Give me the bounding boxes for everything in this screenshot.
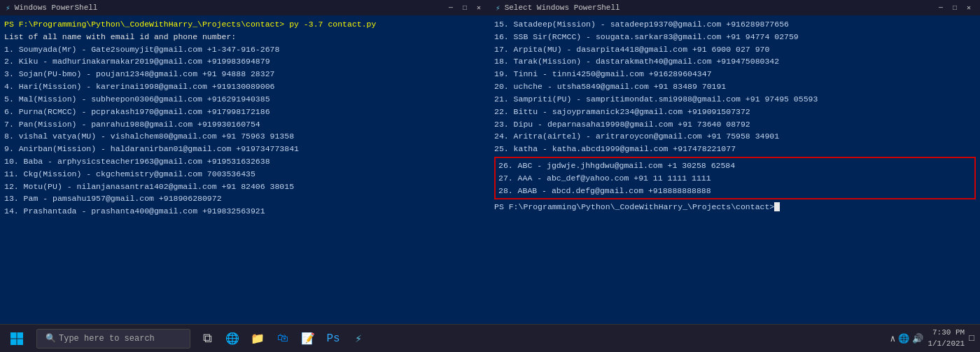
windows-logo-icon (10, 332, 24, 346)
prompt-text: PS F:\Programming\Python\_CodeWithHarry_… (494, 202, 774, 211)
list-item: 12. Motu(PU) - nilanjanasantra1402@gmail… (4, 181, 486, 193)
highlighted-list-item: 26. ABC - jgdwje.jhhgdwu@gmail.com +1 30… (498, 160, 972, 172)
photoshop-icon[interactable]: Ps (322, 328, 344, 350)
titlebar-right-controls[interactable]: ─ □ ✕ (935, 3, 974, 13)
maximize-button-right[interactable]: □ (949, 3, 960, 13)
svg-rect-1 (18, 332, 24, 339)
list-item: 24. Aritra(airtel) - aritraroycon@gmail.… (494, 130, 976, 143)
powershell-left-content: PS F:\Programming\Python\_CodeWithHarry_… (0, 15, 490, 324)
powershell-left-window: ⚡ Windows PowerShell ─ □ ✕ PS F:\Program… (0, 0, 490, 324)
taskbar-right: ∧ 🌐 🔊 7:30 PM 1/1/2021 □ (890, 328, 980, 349)
time-display: 7:30 PM (927, 328, 965, 338)
ps-icon: ⚡ (6, 3, 10, 13)
list-item: 11. Ckg(Mission) - ckgchemistry@gmail.co… (4, 168, 486, 181)
list-item: 7. Pan(Mission) - panrahu1988@gmail.com … (4, 118, 486, 131)
vscode-icon[interactable]: 📝 (297, 328, 319, 350)
ps-icon-right: ⚡ (496, 3, 500, 13)
list-item: 10. Baba - arphysicsteacher1963@gmail.co… (4, 155, 486, 168)
list-item: 20. uchche - utsha5849@gmail.com +91 834… (494, 80, 976, 93)
prompt-line: PS F:\Programming\Python\_CodeWithHarry_… (494, 201, 976, 213)
powershell-right-window: ⚡ Select Windows PowerShell ─ □ ✕ 15. Sa… (490, 0, 980, 324)
search-placeholder: Type here to search (59, 334, 155, 344)
taskbar: 🔍 Type here to search ⧉ 🌐 📁 🛍 📝 Ps ⚡ ∧ 🌐… (0, 324, 980, 352)
svg-rect-3 (18, 339, 24, 345)
list-item: 18. Tarak(Mission) - dastarakmath40@gmai… (494, 55, 976, 68)
notification-icon[interactable]: □ (969, 333, 974, 344)
powershell-taskbar-icon[interactable]: ⚡ (347, 328, 370, 350)
list-item: 19. Tinni - tinni4250@gmail.com +9162896… (494, 68, 976, 80)
list-item: 14. Prashantada - prashanta400@gmail.com… (4, 205, 486, 218)
list-item: 9. Anirban(Mission) - haldaranirban01@gm… (4, 143, 486, 155)
close-button[interactable]: ✕ (473, 3, 484, 13)
minimize-button[interactable]: ─ (445, 3, 456, 13)
list-item: 5. Mal(Mission) - subheepon0306@gmail.co… (4, 93, 486, 106)
svg-rect-2 (10, 339, 17, 345)
left-entries-container: 1. Soumyada(Mr) - Gate2soumyjit@gmail.co… (4, 43, 486, 218)
start-button[interactable] (0, 325, 34, 353)
clock[interactable]: 7:30 PM 1/1/2021 (927, 328, 965, 349)
highlighted-entries-container: 26. ABC - jgdwje.jhhgdwu@gmail.com +1 30… (498, 160, 972, 197)
list-item: 21. Sampriti(PU) - sampritimondat.smi998… (494, 93, 976, 106)
store-icon[interactable]: 🛍 (272, 328, 294, 350)
list-item: 17. Arpita(MU) - dasarpita4418@gmail.com… (494, 43, 976, 56)
cmd-line: PS F:\Programming\Python\_CodeWithHarry_… (4, 18, 486, 31)
search-icon: 🔍 (46, 333, 56, 344)
list-item: 1. Soumyada(Mr) - Gate2soumyjit@gmail.co… (4, 43, 486, 56)
list-item: 4. Hari(Mission) - karerinai1998@gmail.c… (4, 80, 486, 93)
titlebar-right: ⚡ Select Windows PowerShell ─ □ ✕ (490, 0, 980, 15)
list-item: 3. Sojan(PU-bmo) - poujan12348@gmail.com… (4, 68, 486, 80)
close-button-right[interactable]: ✕ (963, 3, 974, 13)
maximize-button[interactable]: □ (459, 3, 470, 13)
list-item: 25. katha - katha.abcd1999@gmail.com +91… (494, 143, 976, 155)
titlebar-controls[interactable]: ─ □ ✕ (445, 3, 484, 13)
list-item: 23. Dipu - deparnasaha19998@gmail.com +9… (494, 118, 976, 131)
list-item: 15. Satadeep(Mission) - satadeep19370@gm… (494, 18, 976, 31)
list-item: 16. SSB Sir(RCMCC) - sougata.sarkar83@gm… (494, 31, 976, 43)
header-line: List of all name with email id and phone… (4, 31, 486, 43)
list-item: 6. Purna(RCMCC) - pcprakash1970@gmail.co… (4, 106, 486, 118)
highlight-box: 26. ABC - jgdwje.jhhgdwu@gmail.com +1 30… (494, 157, 976, 199)
list-item: 2. Kiku - madhurinakarmakar2019@gmail.co… (4, 55, 486, 68)
cursor (774, 202, 780, 211)
taskbar-app-icons: ⧉ 🌐 📁 🛍 📝 Ps ⚡ (196, 328, 370, 350)
highlighted-list-item: 28. ABAB - abcd.defg@gmail.com +91888888… (498, 185, 972, 197)
titlebar-left-label: Windows PowerShell (15, 3, 98, 12)
system-tray-icons: ∧ 🌐 🔊 (890, 333, 924, 344)
file-explorer-icon[interactable]: 📁 (246, 328, 269, 350)
network-icon[interactable]: 🌐 (898, 333, 909, 344)
date-display: 1/1/2021 (927, 339, 965, 349)
highlighted-list-item: 27. AAA - abc_def@yahoo.com +91 11 1111 … (498, 172, 972, 185)
titlebar-left-content: ⚡ Windows PowerShell (6, 3, 97, 13)
titlebar-left: ⚡ Windows PowerShell ─ □ ✕ (0, 0, 490, 15)
search-bar[interactable]: 🔍 Type here to search (36, 329, 190, 349)
svg-rect-0 (10, 332, 17, 339)
list-item: 22. Bittu - sajoypramanick234@gmail.com … (494, 106, 976, 118)
volume-icon[interactable]: 🔊 (912, 333, 923, 344)
edge-icon[interactable]: 🌐 (221, 328, 244, 350)
list-item: 13. Pam - pamsahu1957@gmail.com +9189062… (4, 192, 486, 205)
chevron-up-icon[interactable]: ∧ (890, 333, 896, 344)
powershell-right-content: 15. Satadeep(Mission) - satadeep19370@gm… (490, 15, 980, 324)
right-entries-container: 15. Satadeep(Mission) - satadeep19370@gm… (494, 18, 976, 155)
minimize-button-right[interactable]: ─ (935, 3, 946, 13)
list-item: 8. vishal vatya(MU) - vishalchem80@gmail… (4, 130, 486, 143)
taskview-icon[interactable]: ⧉ (196, 328, 218, 350)
titlebar-right-label: Select Windows PowerShell (505, 3, 620, 12)
titlebar-right-content: ⚡ Select Windows PowerShell (496, 3, 620, 13)
